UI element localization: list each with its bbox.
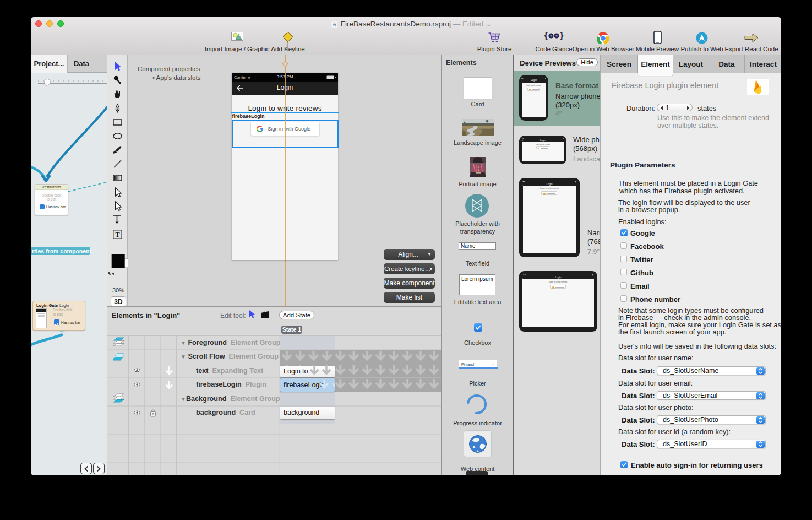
svg-text:T: T [115, 231, 119, 239]
svg-text:30%: 30% [112, 287, 124, 294]
